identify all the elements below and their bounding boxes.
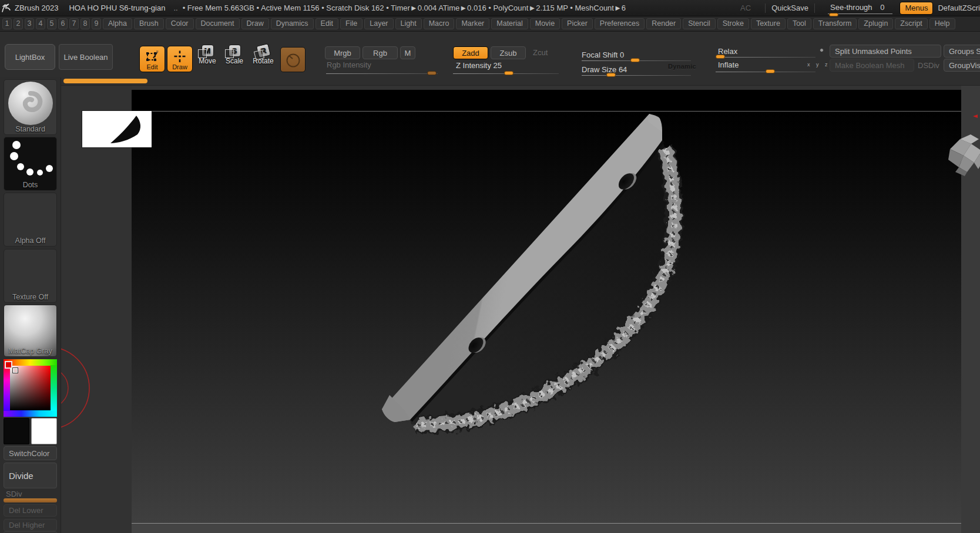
rgb-button[interactable]: Rgb [363, 46, 398, 59]
menu-document[interactable]: Document [196, 18, 240, 29]
menu-light[interactable]: Light [395, 18, 422, 29]
zcut-button[interactable]: Zcut [533, 48, 548, 57]
dynamic-toggle[interactable]: Dynamic [668, 63, 696, 70]
sdiv-slider[interactable] [4, 498, 57, 502]
menu-material[interactable]: Material [491, 18, 528, 29]
divide-button[interactable]: Divide [4, 463, 57, 488]
zadd-button[interactable]: Zadd [453, 46, 488, 59]
current-brush-thumbnail[interactable]: Standard [4, 79, 57, 135]
default-zscript-button[interactable]: DefaultZScri [938, 4, 980, 12]
see-through-handle[interactable] [829, 13, 838, 16]
hue-strip-right[interactable] [51, 365, 57, 411]
lightbox-button[interactable]: LightBox [5, 44, 55, 70]
current-alpha-thumbnail[interactable]: Alpha Off [4, 193, 57, 247]
menu-preferences[interactable]: Preferences [595, 18, 645, 29]
hotkey-menu-4[interactable]: 4 [36, 18, 45, 29]
menu-stroke[interactable]: Stroke [717, 18, 749, 29]
focal-shift-value: 0 [620, 50, 624, 59]
menu-picker[interactable]: Picker [562, 18, 593, 29]
menu-macro[interactable]: Macro [424, 18, 455, 29]
stroke-preview-button[interactable] [280, 47, 306, 72]
del-lower-button[interactable]: Del Lower [4, 504, 57, 517]
hue-selector-swatch[interactable] [5, 361, 12, 369]
menu-stencil[interactable]: Stencil [683, 18, 716, 29]
dsdiv-button[interactable]: DSDiv [918, 61, 939, 70]
del-higher-button[interactable]: Del Higher [4, 519, 57, 531]
relax-track[interactable] [716, 57, 815, 58]
z-intensity-handle[interactable] [504, 71, 514, 75]
menus-button[interactable]: Menus [900, 2, 933, 15]
relax-handle[interactable] [716, 55, 725, 59]
hotkey-menu-1[interactable]: 1 [2, 18, 12, 29]
groups-split-button[interactable]: Groups Spl [944, 45, 980, 58]
hotkey-menu-8[interactable]: 8 [80, 18, 90, 29]
draw-size-handle[interactable] [606, 73, 616, 77]
draw-size-track[interactable] [582, 75, 691, 76]
focal-shift-handle[interactable] [630, 58, 640, 62]
inflate-axis-toggle[interactable]: x y z [807, 62, 830, 68]
hotkey-menu-5[interactable]: 5 [47, 18, 56, 29]
hue-strip-left[interactable] [4, 365, 10, 411]
hotkey-menu-7[interactable]: 7 [69, 18, 79, 29]
main-color-swatch[interactable] [4, 418, 29, 444]
menu-brush[interactable]: Brush [134, 18, 164, 29]
menu-render[interactable]: Render [646, 18, 681, 29]
menu-texture[interactable]: Texture [751, 18, 786, 29]
split-unmasked-points-button[interactable]: Split Unmasked Points [830, 45, 941, 58]
menu-edit[interactable]: Edit [316, 18, 339, 29]
zsub-button[interactable]: Zsub [491, 46, 526, 59]
hotkey-menu-9[interactable]: 9 [92, 18, 101, 29]
menu-transform[interactable]: Transform [813, 18, 857, 29]
menu-layer[interactable]: Layer [364, 18, 393, 29]
switch-color-button[interactable]: SwitchColor [4, 446, 57, 460]
brush-cursor-rings [61, 86, 132, 533]
current-material-thumbnail[interactable]: MatCap Gray [4, 305, 57, 357]
rgb-intensity-handle[interactable] [427, 71, 437, 75]
sdiv-label: SDiv [6, 490, 22, 498]
brush-swirl-icon [8, 82, 53, 125]
menu-draw[interactable]: Draw [241, 18, 269, 29]
menu-dynamics[interactable]: Dynamics [271, 18, 314, 29]
see-through-slider[interactable]: See-through 0 [828, 2, 892, 14]
m-button[interactable]: M [400, 46, 415, 59]
make-boolean-mesh-button[interactable]: Make Boolean Mesh [830, 59, 914, 72]
see-through-label: See-through [830, 3, 872, 12]
hotkey-menu-6[interactable]: 6 [58, 18, 68, 29]
menu-alpha[interactable]: Alpha [103, 18, 132, 29]
current-texture-thumbnail[interactable]: Texture Off [4, 249, 57, 303]
color-cursor[interactable] [13, 368, 18, 373]
menu-color[interactable]: Color [166, 18, 194, 29]
rgb-intensity-track[interactable] [326, 73, 438, 74]
menu-tool[interactable]: Tool [787, 18, 811, 29]
preview-polyhedron-icon[interactable] [946, 133, 980, 180]
inflate-handle[interactable] [766, 69, 775, 73]
menu-zplugin[interactable]: Zplugin [858, 18, 893, 29]
scale-mode-button[interactable]: S Scale [222, 45, 247, 73]
secondary-color-swatch[interactable] [31, 418, 57, 444]
material-name: MatCap Gray [4, 347, 56, 355]
hue-strip-bottom[interactable] [4, 410, 57, 417]
canvas-margin-left[interactable] [61, 86, 132, 533]
quicksave-button[interactable]: QuickSave [771, 4, 808, 12]
menu-file[interactable]: File [340, 18, 363, 29]
draw-mode-button[interactable]: Draw [167, 46, 193, 72]
relax-axis-dot[interactable] [820, 48, 824, 52]
hotkey-menu-3[interactable]: 3 [25, 18, 34, 29]
menu-zscript[interactable]: Zscript [895, 18, 928, 29]
menu-help[interactable]: Help [929, 18, 955, 29]
menu-marker[interactable]: Marker [456, 18, 489, 29]
mrgb-button[interactable]: Mrgb [325, 46, 360, 59]
canvas-area[interactable] [61, 85, 980, 533]
menu-movie[interactable]: Movie [530, 18, 560, 29]
canvas-margin-bottom[interactable] [132, 523, 961, 533]
edit-mode-button[interactable]: Edit [139, 46, 165, 72]
current-stroke-thumbnail[interactable]: Dots [4, 137, 57, 191]
ac-toggle[interactable]: AC [740, 4, 751, 12]
group-visible-button[interactable]: GroupVisib [944, 59, 980, 72]
move-mode-button[interactable]: M Move [195, 45, 220, 73]
document-viewport[interactable] [132, 90, 961, 523]
color-picker[interactable] [4, 359, 57, 417]
hotkey-menu-2[interactable]: 2 [14, 18, 23, 29]
live-boolean-button[interactable]: Live Boolean [59, 44, 113, 70]
rotate-mode-button[interactable]: R Rotate [249, 45, 277, 73]
